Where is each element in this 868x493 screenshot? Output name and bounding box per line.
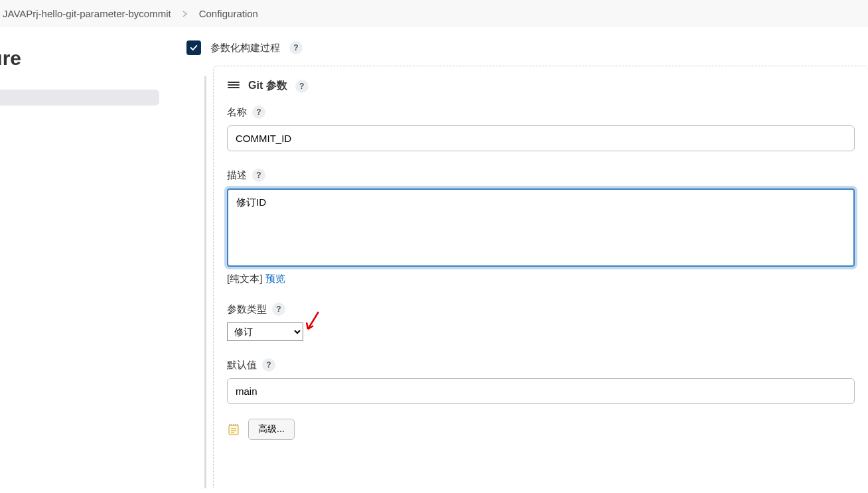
help-icon[interactable]: ? [295,80,309,93]
git-param-title: Git 参数 [248,79,287,93]
help-icon[interactable]: ? [289,41,303,54]
description-hint: [纯文本] 预览 [227,273,855,285]
param-type-select[interactable]: 修订 [227,322,303,341]
main-content: 参数化构建过程 ? Git 参数 ? 名称 ? 描述 [164,27,868,488]
sidebar: ure 理 发器 境 eps 操作 [0,27,164,488]
sidebar-item[interactable]: 发器 [0,138,159,167]
breadcrumb: JAVAPrj-hello-git-parameter-bycommit Con… [0,0,868,27]
sidebar-item[interactable]: 境 [0,169,159,197]
sidebar-item[interactable] [0,90,159,106]
drag-rail [204,76,206,488]
page-title: ure [0,47,159,70]
parameterized-checkbox[interactable] [186,40,201,55]
breadcrumb-page[interactable]: Configuration [196,8,261,19]
notepad-icon [227,423,240,436]
name-input[interactable] [227,125,855,151]
parameterized-label: 参数化构建过程 [210,42,280,54]
help-icon[interactable]: ? [272,303,285,316]
advanced-button[interactable]: 高级... [248,419,295,440]
description-textarea[interactable]: 修订ID [227,188,855,267]
hint-prefix: [纯文本] [227,273,265,284]
default-value-label: 默认值 [227,359,257,372]
help-icon[interactable]: ? [252,106,265,119]
default-value-input[interactable] [227,378,855,404]
preview-link[interactable]: 预览 [265,273,285,284]
sidebar-item[interactable]: eps [0,199,159,226]
chevron-right-icon [182,8,188,19]
svg-rect-0 [229,425,238,435]
git-parameter-block: Git 参数 ? 名称 ? 描述 ? 修订ID [纯文本] 预览 [213,66,868,488]
description-label: 描述 [227,169,247,182]
sidebar-item[interactable]: 操作 [0,228,159,257]
drag-handle-icon[interactable] [227,78,240,94]
breadcrumb-project[interactable]: JAVAPrj-hello-git-parameter-bycommit [0,8,174,19]
sidebar-item[interactable]: 理 [0,107,159,136]
param-type-label: 参数类型 [227,303,267,316]
help-icon[interactable]: ? [252,169,265,182]
help-icon[interactable]: ? [262,358,275,372]
name-label: 名称 [227,106,247,119]
